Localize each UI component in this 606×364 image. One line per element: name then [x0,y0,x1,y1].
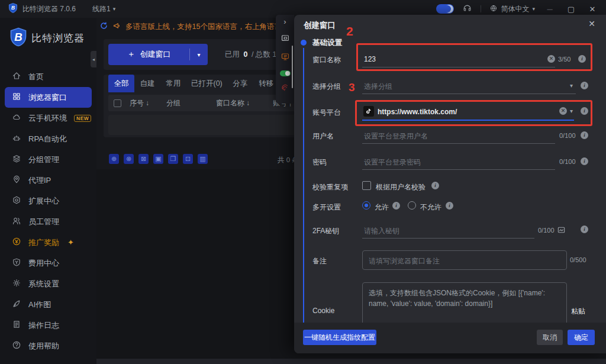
ip-check-icon[interactable]: IP [281,52,290,64]
recycle-bin-button[interactable]: ⊡ [183,154,193,164]
drawer-scrollbar[interactable] [292,46,293,88]
dark-mode-toggle[interactable] [436,4,454,14]
caret-down-icon[interactable]: ▾ [570,108,573,114]
maximize-button[interactable]: ▢ [565,5,578,14]
remark-counter: 0/500 [570,256,586,263]
tab-4[interactable]: 分享 [227,75,253,92]
tab-all[interactable]: 全部 [108,75,134,92]
group-label: 选择分组 [312,82,341,92]
info-icon[interactable]: i [578,55,586,63]
column-group[interactable]: 分组 [166,98,216,108]
sidebar-item-browser-window[interactable]: 浏览器窗口 [5,87,92,108]
sort-down-icon[interactable]: ↓ [246,99,250,107]
sidebar-item-promo-coin[interactable]: 推广奖励✦ [5,232,92,253]
info-icon[interactable]: i [581,82,588,89]
info-icon[interactable]: i [581,226,588,233]
close-window-button[interactable]: ⊠ [138,154,149,164]
info-icon[interactable]: i [431,182,439,189]
svg-text:B: B [11,5,15,11]
window-name-label: 窗口名称 [312,55,341,65]
deny-radio[interactable] [408,201,416,210]
window-switch-icon[interactable] [281,34,290,46]
sidebar-item-group-layers[interactable]: 分组管理 [5,149,92,170]
info-icon[interactable]: i [581,107,588,115]
window-name-input[interactable]: 123 [364,55,376,63]
delete-button[interactable]: ▥ [198,154,208,164]
caret-down-icon[interactable]: ▾ [570,82,573,89]
proxy-toggle[interactable] [280,70,291,76]
sidebar-item-help-circle[interactable]: 使用帮助 [5,336,92,356]
sidebar-item-home[interactable]: 首页 [5,66,92,87]
duplicate-check-option[interactable]: 根据用户名校验 [376,182,426,192]
app-logo-icon: B [8,3,18,15]
sidebar-item-operation-log[interactable]: 操作日志 [5,315,92,336]
minimize-button[interactable]: ─ [543,5,556,14]
sidebar-item-extension-hex[interactable]: 扩展中心 [5,191,92,211]
arrange-windows-button[interactable]: ❐ [168,154,178,164]
sidebar-item-label: 首页 [28,72,44,82]
line-selector[interactable]: 线路1▾ [92,4,115,14]
create-window-button[interactable]: ＋创建窗口 ▾ [108,44,208,65]
create-window-modal: 创建窗口 ✕ 2 基础设置 窗口名称 123 ✕ 3/50 i 3 选择分组 选… [294,15,606,353]
group-select[interactable]: 选择分组 [364,82,392,92]
fingerprint-icon[interactable] [281,83,289,94]
support-headset-icon[interactable] [462,3,472,15]
username-input[interactable]: 设置平台登录用户名 [364,131,428,141]
sidebar-item-label: 费用中心 [28,258,59,269]
modal-close-icon[interactable]: ✕ [588,19,595,28]
qr-image-icon[interactable] [557,226,566,237]
annotation-step-3: 3 [349,81,355,94]
close-all-button[interactable]: ⊗ [124,154,134,164]
sidebar-item-cloud-phone[interactable]: 云手机环境NEW [5,108,92,128]
sidebar-item-staff-people[interactable]: 员工管理 [5,211,92,232]
create-window-dropdown[interactable]: ▾ [190,51,208,58]
paste-button[interactable]: 粘贴 [571,307,585,317]
tab-1[interactable]: 自建 [134,75,160,92]
tab-3[interactable]: 已打开(0) [186,75,227,92]
select-all-checkbox[interactable] [114,99,121,107]
sidebar-item-proxy-pin[interactable]: 代理IP [5,170,92,191]
column-window-name[interactable]: 窗口名称↓ [216,98,273,108]
cloud-phone-icon [12,112,21,124]
sidebar-item-label: 浏览器窗口 [28,92,67,103]
remark-textarea[interactable]: 请填写浏览器窗口备注 [362,250,567,270]
duplicate-check-checkbox[interactable] [362,181,371,190]
global-settings-button[interactable]: ⊕ [109,154,119,164]
password-input[interactable]: 设置平台登录密码 [364,157,421,167]
svg-text:IP: IP [283,54,287,58]
clear-icon[interactable]: ✕ [559,107,567,115]
cancel-button[interactable]: 取消 [537,330,563,345]
password-counter: 0/100 [559,158,576,165]
sidebar-collapse-handle[interactable]: ◂ [91,51,96,67]
sort-down-icon[interactable]: ↓ [146,99,149,107]
refresh-icon[interactable] [99,21,108,33]
confirm-button[interactable]: 确定 [568,330,595,345]
info-icon[interactable]: i [392,202,400,210]
rpa-task-button[interactable]: ▣ [153,154,163,164]
allow-label[interactable]: 允许 [375,202,389,212]
promo-coin-icon [12,237,21,248]
cookie-textarea[interactable]: 选填，支持数组包含JSON格式的Cookie，例如 [{'name': name… [362,282,567,327]
info-icon[interactable]: i [446,202,453,210]
clear-icon[interactable]: ✕ [547,55,555,63]
language-selector[interactable]: 简体中文 ▾ [489,4,535,14]
sidebar-item-settings-gear[interactable]: 系统设置 [5,273,92,294]
platform-input[interactable]: https://www.tiktok.com/ [378,108,457,116]
sidebar-item-label: 员工管理 [28,217,59,227]
close-window-button[interactable]: ✕ [586,5,599,14]
sidebar-item-rpa-robot[interactable]: RPA自动化 [5,128,92,149]
random-fingerprint-button[interactable]: 一键随机生成指纹配置 [303,330,376,345]
filter-tabs: 全部自建常用已打开(0)分享转移 [108,75,279,92]
info-icon[interactable]: i [581,131,588,139]
sidebar-item-ai-draw[interactable]: AI作图 [5,294,92,315]
section-timeline [303,48,304,327]
tab-2[interactable]: 常用 [160,75,186,92]
drawer-expand-button[interactable]: › [276,17,294,26]
column-seq[interactable]: 序号↓ [130,98,166,108]
tfa-input[interactable]: 请输入秘钥 [364,226,399,236]
sidebar-item-billing-shield[interactable]: 费用中心 [5,253,92,273]
info-icon[interactable]: i [581,157,588,165]
deny-label[interactable]: 不允许 [420,202,441,212]
allow-radio[interactable] [362,201,370,210]
help-circle-icon [12,340,21,352]
